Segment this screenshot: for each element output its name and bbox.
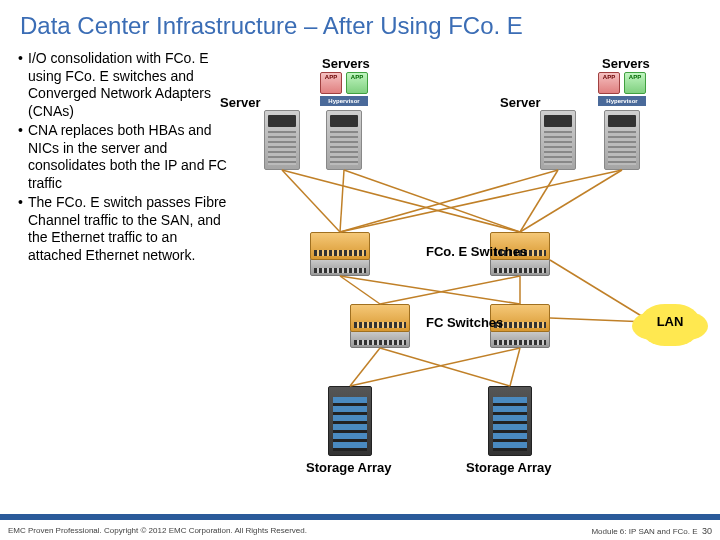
vm-icon: APP <box>346 72 368 94</box>
footer: EMC Proven Professional. Copyright © 201… <box>8 526 712 536</box>
fcoe-switches-label: FCo. E Switches <box>426 245 527 258</box>
page-title: Data Center Infrastructure – After Using… <box>0 0 720 48</box>
switch-icon <box>310 258 370 276</box>
vm-cluster: APP APP Hypervisor <box>320 72 380 114</box>
storage-label: Storage Array <box>466 460 552 475</box>
switch-icon <box>350 330 410 348</box>
footer-bar <box>0 514 720 520</box>
storage-icon <box>328 386 372 456</box>
list-item: CNA replaces both HBAs and NICs in the s… <box>18 122 228 192</box>
servers-label: Servers <box>322 56 370 71</box>
fc-switch-icon <box>350 304 410 332</box>
vm-cluster: APP APP Hypervisor <box>598 72 658 114</box>
vm-icon: APP <box>624 72 646 94</box>
footer-right: Module 6: IP SAN and FCo. E 30 <box>591 526 712 536</box>
server-label: Server <box>500 95 540 110</box>
hypervisor-label: Hypervisor <box>598 96 646 106</box>
switch-icon <box>490 258 550 276</box>
list-item: The FCo. E switch passes Fibre Channel t… <box>18 194 228 264</box>
storage-label: Storage Array <box>306 460 392 475</box>
server-icon <box>264 110 300 170</box>
switch-icon <box>490 330 550 348</box>
vm-icon: APP <box>598 72 620 94</box>
hypervisor-label: Hypervisor <box>320 96 368 106</box>
servers-label: Servers <box>602 56 650 71</box>
bullet-list: I/O consolidation with FCo. E using FCo.… <box>18 50 228 266</box>
server-icon <box>540 110 576 170</box>
server-label: Server <box>220 95 260 110</box>
list-item: I/O consolidation with FCo. E using FCo.… <box>18 50 228 120</box>
fcoe-switch-icon <box>310 232 370 260</box>
server-icon <box>604 110 640 170</box>
footer-left: EMC Proven Professional. Copyright © 201… <box>8 526 307 536</box>
fc-switches-label: FC Switches <box>426 316 503 329</box>
vm-icon: APP <box>320 72 342 94</box>
server-icon <box>326 110 362 170</box>
lan-cloud: LAN <box>640 304 700 340</box>
storage-icon <box>488 386 532 456</box>
